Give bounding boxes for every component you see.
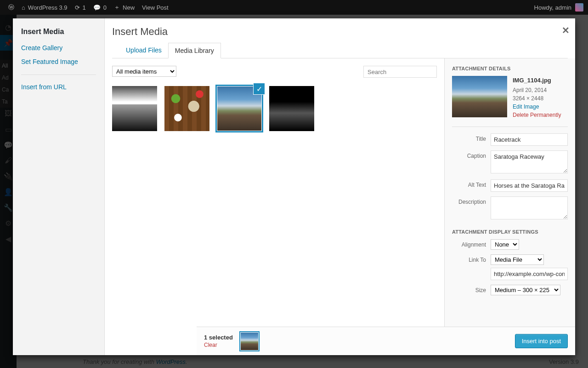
menu-set-featured-image[interactable]: Set Featured Image [21,58,96,65]
tab-media-library[interactable]: Media Library [168,43,221,58]
link-to-label: Link To [452,254,491,263]
attachment-preview [452,76,507,117]
attachment-summary: IMG_1104.jpg April 20, 2014 3264 × 2448 … [452,76,568,119]
attachments-browser: All media items ✓ [105,58,445,355]
attachment-thumb[interactable] [269,86,314,131]
site-name-menu[interactable]: ⌂WordPress 3.9 [18,0,71,15]
alignment-select[interactable]: None [491,239,519,250]
attachment-thumb[interactable]: ✓ [217,86,262,131]
attachment-details-panel: ATTACHMENT DETAILS IMG_1104.jpg April 20… [445,58,575,355]
caption-label: Caption [452,150,491,159]
media-body: All media items ✓ ATTACHMENT DETAILS [105,58,575,355]
edit-image-link[interactable]: Edit Image [513,103,561,111]
media-frame-title: Insert Media [112,26,568,38]
new-content-menu[interactable]: ＋New [110,0,138,15]
media-frame-menu: Insert Media Create Gallery Set Featured… [13,18,105,355]
comments-count: 0 [103,4,107,11]
clear-selection-link[interactable]: Clear [204,342,233,348]
close-button[interactable]: ✕ [562,25,570,36]
size-select[interactable]: Medium – 300 × 225 [491,285,560,295]
attachment-date: April 20, 2014 [513,86,561,94]
attachment-thumb[interactable] [164,86,209,131]
wp-logo-menu[interactable]: ⓦ [5,0,18,15]
alt-text-input[interactable] [491,179,568,192]
media-search-input[interactable] [363,66,437,78]
avatar[interactable] [575,3,583,12]
updates-menu[interactable]: ⟳1 [71,0,90,15]
description-textarea[interactable] [491,196,568,219]
plus-icon: ＋ [114,3,120,12]
howdy-text[interactable]: Howdy, admin [534,4,571,11]
selection-info: 1 selected Clear [204,331,260,351]
menu-insert-from-url[interactable]: Insert from URL [21,75,96,91]
media-frame-header: Insert Media ✕ Upload Files Media Librar… [105,18,575,58]
media-menu-title: Insert Media [21,28,96,36]
size-label: Size [452,285,491,293]
display-settings-heading: ATTACHMENT DISPLAY SETTINGS [452,229,568,235]
attachment-thumb[interactable] [112,86,157,131]
selection-count: 1 selected [204,334,233,341]
attachment-filename: IMG_1104.jpg [513,76,561,85]
site-title: WordPress 3.9 [28,4,68,11]
media-router: Upload Files Media Library [112,42,568,58]
home-icon: ⌂ [22,4,25,11]
updates-count: 1 [83,4,86,11]
selected-check-icon[interactable]: ✓ [254,83,265,94]
caption-textarea[interactable]: Saratoga Raceway [491,150,568,173]
comment-icon: 💬 [93,4,101,11]
wordpress-icon: ⓦ [8,3,14,12]
tab-upload-files[interactable]: Upload Files [119,43,168,58]
alt-text-label: Alt Text [452,179,491,188]
attachments-grid: ✓ [112,86,437,131]
alignment-label: Alignment [452,239,491,248]
view-post-label: View Post [142,4,169,11]
view-post-link[interactable]: View Post [138,0,172,15]
title-label: Title [452,133,491,142]
media-frame-content: Insert Media ✕ Upload Files Media Librar… [105,18,575,355]
update-icon: ⟳ [75,4,80,11]
comments-menu[interactable]: 💬0 [90,0,110,15]
admin-toolbar: ⓦ ⌂WordPress 3.9 ⟳1 💬0 ＋New View Post Ho… [0,0,588,15]
attachment-dimensions: 3264 × 2448 [513,94,561,103]
media-toolbar: All media items [112,66,437,78]
insert-into-post-button[interactable]: Insert into post [515,334,568,348]
link-url-input[interactable] [491,268,568,280]
title-input[interactable] [491,133,568,146]
media-modal: Insert Media Create Gallery Set Featured… [13,18,575,355]
menu-create-gallery[interactable]: Create Gallery [21,44,96,52]
media-filter-select[interactable]: All media items [112,66,176,77]
new-label: New [123,4,135,11]
close-icon: ✕ [562,25,570,35]
details-heading: ATTACHMENT DETAILS [452,66,568,71]
description-label: Description [452,196,491,205]
divider [452,126,568,127]
selection-thumb[interactable] [239,331,260,351]
delete-attachment-link[interactable]: Delete Permanently [513,111,561,119]
link-to-select[interactable]: Media File [491,254,544,265]
media-frame-toolbar: 1 selected Clear Insert into post [197,327,575,355]
